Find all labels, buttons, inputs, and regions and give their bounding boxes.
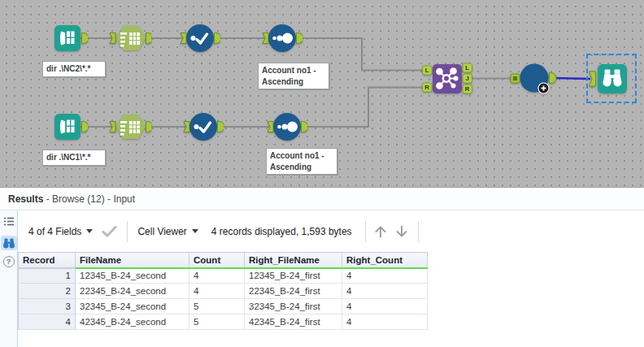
- apply-checkmark-icon[interactable]: [102, 225, 117, 237]
- column-header-filename[interactable]: FileName: [76, 253, 189, 268]
- table-cell[interactable]: 42345_B-24_second: [76, 314, 189, 330]
- results-sidebar: ?: [0, 210, 18, 347]
- toolbar-separator: [127, 221, 128, 242]
- tool-summarize-bottom[interactable]: [109, 114, 151, 143]
- summarize-icon: [116, 26, 146, 50]
- output-anchor[interactable]: [297, 33, 303, 44]
- tool-sort-top[interactable]: [262, 24, 302, 55]
- table-cell[interactable]: 4: [342, 268, 428, 284]
- results-title: Results: [8, 193, 43, 205]
- browse-view-icon[interactable]: [1, 236, 17, 250]
- input-anchor[interactable]: [110, 122, 115, 132]
- results-panel: Results - Browse (12) - Input: [0, 187, 644, 347]
- output-anchor[interactable]: [82, 33, 89, 44]
- table-row[interactable]: 2 22345_B-24_second 4 22345_B-24_first 4: [19, 284, 428, 299]
- sort-icon: [268, 24, 296, 52]
- chevron-down-icon[interactable]: [192, 229, 198, 233]
- join-port-label: J: [465, 75, 468, 82]
- browse-binoculars-icon: [598, 64, 627, 93]
- input-anchor[interactable]: [268, 122, 273, 132]
- tool-unique-bottom[interactable]: [183, 113, 224, 144]
- results-subtitle: - Browse (12) - Input: [43, 193, 135, 205]
- data-grid: Record FileName Count Right_FileName Rig…: [18, 252, 428, 330]
- output-anchor[interactable]: [215, 33, 221, 44]
- input-anchor[interactable]: [590, 72, 596, 86]
- record-number-cell[interactable]: 4: [19, 314, 76, 330]
- arrow-up-icon[interactable]: [372, 224, 389, 239]
- input-anchor[interactable]: [184, 122, 189, 132]
- workflow-canvas[interactable]: L R: [0, 0, 644, 187]
- results-toolbar: 4 of 4 Fields Cell Viewer 4 records disp…: [18, 210, 644, 252]
- tool-browse[interactable]: [589, 64, 627, 97]
- table-cell[interactable]: 4: [342, 314, 428, 330]
- table-cell[interactable]: 4: [189, 284, 245, 299]
- unique-icon: [186, 24, 214, 52]
- record-number-cell[interactable]: 1: [19, 268, 76, 284]
- join-port-label: R: [465, 85, 470, 93]
- macro-anchor-glyph: [513, 76, 517, 80]
- record-number-cell[interactable]: 3: [19, 299, 76, 314]
- tool-macro[interactable]: [510, 63, 557, 99]
- tool-unique-top[interactable]: [180, 24, 220, 55]
- input-data-icon: [54, 25, 80, 51]
- records-info: 4 records displayed, 1,593 bytes: [211, 226, 352, 237]
- table-cell[interactable]: 4: [342, 299, 428, 314]
- output-anchor[interactable]: [82, 122, 89, 132]
- annotation-input-top[interactable]: dir .\NC2\*.*: [42, 61, 106, 77]
- column-header-count[interactable]: Count: [189, 253, 245, 268]
- output-anchor[interactable]: [146, 122, 152, 132]
- table-cell[interactable]: 42345_B-24_first: [245, 314, 342, 330]
- connection-macro-browse-selected[interactable]: [553, 78, 590, 79]
- output-anchor[interactable]: [218, 122, 224, 132]
- fields-dropdown[interactable]: 4 of 4 Fields: [28, 226, 81, 237]
- annotation-sort-bottom[interactable]: Account no1 - Ascending: [266, 148, 337, 175]
- alteryx-window: L R: [0, 0, 644, 347]
- join-port-label: L: [465, 64, 469, 72]
- summarize-icon: [116, 115, 146, 139]
- column-header-right-filename[interactable]: Right_FileName: [245, 253, 342, 268]
- table-cell[interactable]: 12345_B-24_second: [76, 268, 189, 284]
- column-header-right-count[interactable]: Right_Count: [342, 253, 428, 268]
- input-data-icon: [54, 114, 80, 140]
- annotation-sort-top[interactable]: Account no1 - Ascending: [258, 63, 329, 89]
- tool-join[interactable]: L R: [422, 63, 472, 98]
- chevron-down-icon[interactable]: [86, 229, 93, 233]
- tool-summarize-top[interactable]: [109, 25, 151, 54]
- table-cell[interactable]: 12345_B-24_first: [245, 268, 342, 284]
- output-anchor[interactable]: [302, 122, 308, 132]
- table-header-row: Record FileName Count Right_FileName Rig…: [19, 253, 428, 268]
- input-anchor[interactable]: [181, 33, 186, 44]
- table-row[interactable]: 1 12345_B-24_second 4 12345_B-24_first 4: [19, 268, 428, 284]
- arrow-down-icon[interactable]: [394, 224, 410, 239]
- join-port-label: R: [424, 84, 429, 91]
- table-cell[interactable]: 5: [189, 299, 245, 314]
- cell-viewer-dropdown[interactable]: Cell Viewer: [137, 226, 186, 237]
- sort-icon: [273, 113, 301, 141]
- macro-circle-icon: [520, 64, 550, 94]
- results-header: Results - Browse (12) - Input: [0, 188, 644, 210]
- table-cell[interactable]: 22345_B-24_first: [245, 284, 342, 299]
- output-anchor[interactable]: [146, 33, 152, 44]
- table-cell[interactable]: 4: [342, 284, 428, 299]
- tool-input-data-top[interactable]: [54, 25, 88, 54]
- config-list-icon[interactable]: [3, 215, 15, 230]
- column-header-record[interactable]: Record: [19, 253, 76, 268]
- tool-input-data-bottom[interactable]: [54, 114, 88, 143]
- output-anchor[interactable]: [550, 73, 557, 84]
- connection-sort-join-right[interactable]: [305, 88, 426, 128]
- input-anchor[interactable]: [110, 33, 115, 44]
- record-number-cell[interactable]: 2: [19, 284, 76, 299]
- annotation-input-bottom[interactable]: dir .\NC1\*.*: [42, 150, 106, 166]
- table-row[interactable]: 3 32345_B-24_second 5 32345_B-24_first 4: [19, 299, 428, 314]
- join-icon: [433, 64, 462, 93]
- table-cell[interactable]: 32345_B-24_second: [76, 299, 189, 314]
- help-icon[interactable]: ?: [3, 256, 15, 267]
- table-cell[interactable]: 22345_B-24_second: [76, 284, 189, 299]
- table-row[interactable]: 4 42345_B-24_second 5 42345_B-24_first 4: [19, 314, 428, 330]
- unique-icon: [189, 113, 217, 141]
- table-cell[interactable]: 5: [189, 314, 245, 330]
- table-cell[interactable]: 32345_B-24_first: [245, 299, 342, 314]
- table-cell[interactable]: 4: [189, 268, 245, 284]
- input-anchor[interactable]: [263, 33, 268, 44]
- tool-sort-bottom[interactable]: [267, 113, 307, 144]
